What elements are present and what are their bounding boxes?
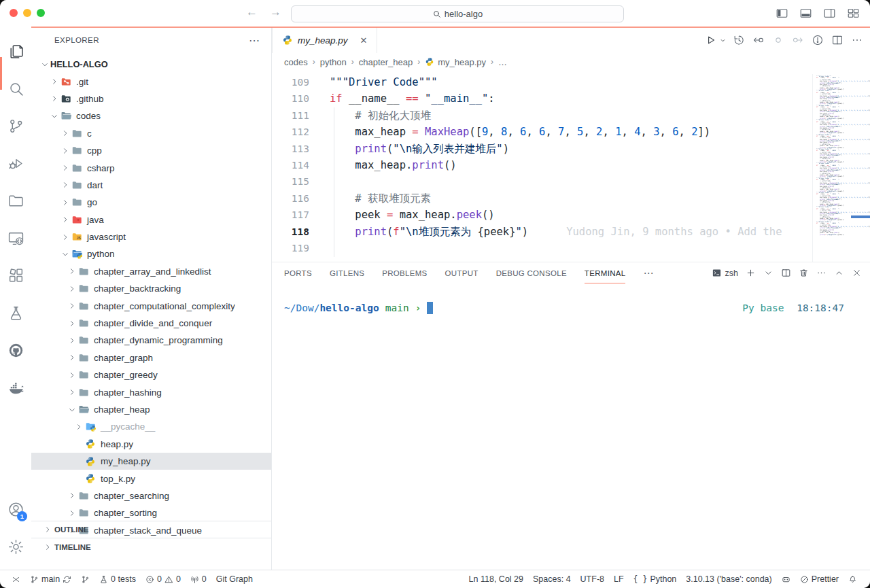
explorer-more-actions[interactable]: ⋯ <box>249 34 260 47</box>
activity-bar-item-explorer[interactable] <box>0 33 31 70</box>
minimap[interactable]: """Driver Code"""if __name__ == "__main_… <box>812 74 870 262</box>
play-icon[interactable] <box>703 33 718 48</box>
zoom-window-button[interactable] <box>37 9 45 17</box>
status-forwarded-ports[interactable]: 0 <box>186 572 211 587</box>
code-line-111[interactable]: 111 # 初始化大顶堆 <box>272 107 870 124</box>
split-editor-button[interactable] <box>830 33 845 48</box>
close-tab-icon[interactable]: ✕ <box>358 34 370 46</box>
tree-item-javascript[interactable]: JSjavascript <box>31 228 271 245</box>
tree-item-chapter-greedy[interactable]: chapter_greedy <box>31 366 271 383</box>
tree-item-chapter-dynamic-programming[interactable]: chapter_dynamic_programming <box>31 332 271 349</box>
tree-item-c[interactable]: c <box>31 125 271 142</box>
timeline-section[interactable]: TIMELINE <box>31 538 271 570</box>
status-language-mode[interactable]: { }Python <box>629 572 682 587</box>
code-line-115[interactable]: 115 <box>272 173 870 190</box>
navigate-forward-button[interactable]: → <box>270 5 281 19</box>
code-line-117[interactable]: 117 peek = max_heap.peek() <box>272 207 870 223</box>
activity-bar-item-extensions[interactable] <box>0 257 31 294</box>
tree-item-go[interactable]: go <box>31 194 271 211</box>
panel-tab-problems[interactable]: PROBLEMS <box>382 262 427 283</box>
close-panel-button[interactable] <box>852 268 862 278</box>
maximize-panel-button[interactable] <box>834 268 844 278</box>
toggle-secondary-sidebar-button[interactable] <box>822 6 837 20</box>
status-remote-indicator[interactable] <box>7 572 25 587</box>
status-encoding[interactable]: UTF-8 <box>576 572 609 587</box>
activity-bar-item-testing[interactable] <box>0 294 31 332</box>
breadcrumb-item-codes[interactable]: codes <box>284 57 308 67</box>
tree-item-chapter-graph[interactable]: chapter_graph <box>31 349 271 366</box>
terminal[interactable]: ~/Dow/hello-algo main › Py base 18:18:47 <box>272 283 870 570</box>
panel-tab-debug-console[interactable]: DEBUG CONSOLE <box>496 262 567 283</box>
terminal-dropdown-button[interactable] <box>763 268 773 278</box>
tree-item-top-k-py[interactable]: top_k.py <box>31 470 271 487</box>
outline-section[interactable]: OUTLINE <box>31 521 271 538</box>
tree-item-root[interactable]: HELLO-ALGO <box>31 56 271 73</box>
kill-terminal-button[interactable] <box>799 268 809 278</box>
gitlens-commit-graph-button[interactable] <box>810 33 825 48</box>
minimize-window-button[interactable] <box>23 9 31 17</box>
status-copilot[interactable] <box>777 572 795 587</box>
tree-item-heap-py[interactable]: heap.py <box>31 436 271 453</box>
split-terminal-button[interactable] <box>781 268 791 278</box>
terminal-shell-button[interactable]: zsh <box>712 268 738 278</box>
panel-tab-gitlens[interactable]: GITLENS <box>330 262 364 283</box>
tree-item--github[interactable]: .github <box>31 90 271 107</box>
customize-layout-button[interactable] <box>846 6 860 20</box>
code-line-116[interactable]: 116 # 获取堆顶元素 <box>272 190 870 207</box>
code-line-109[interactable]: 109"""Driver Code""" <box>272 74 870 90</box>
status-eol[interactable]: LF <box>609 572 629 587</box>
breadcrumb-item-chapter-heap[interactable]: chapter_heap <box>359 57 413 67</box>
status-notifications[interactable] <box>843 572 862 587</box>
breadcrumb-item-my-heap-py[interactable]: my_heap.py <box>425 57 486 67</box>
run-python-file-button[interactable] <box>703 33 727 48</box>
status-prettier[interactable]: Prettier <box>795 572 843 587</box>
activity-bar-item-settings[interactable] <box>0 528 31 566</box>
tree-item-java[interactable]: java <box>31 211 271 228</box>
status-indentation[interactable]: Spaces: 4 <box>528 572 576 587</box>
activity-bar-item-run-and-debug[interactable] <box>0 145 31 182</box>
status-cursor-position[interactable]: Ln 118, Col 29 <box>464 572 528 587</box>
command-center-search[interactable]: hello-algo <box>291 5 624 22</box>
tree-item-chapter-sorting[interactable]: chapter_sorting <box>31 504 271 521</box>
code-line-113[interactable]: 113 print("\n输入列表并建堆后") <box>272 141 870 157</box>
tree-item-chapter-searching[interactable]: chapter_searching <box>31 487 271 504</box>
tree-item-python[interactable]: python <box>31 245 271 262</box>
panel-tab-terminal[interactable]: TERMINAL <box>585 262 626 283</box>
tree-item-dart[interactable]: dart <box>31 177 271 194</box>
breadcrumb-item-python[interactable]: python <box>320 57 347 67</box>
status-git-graph-branch[interactable] <box>76 572 94 587</box>
tree-item--pycache-[interactable]: __pycache__ <box>31 418 271 435</box>
navigate-back-button[interactable]: ← <box>246 5 258 19</box>
activity-bar-item-github[interactable] <box>0 332 31 369</box>
tree-item-csharp[interactable]: csharp <box>31 159 271 176</box>
chevron-down-icon[interactable] <box>719 37 727 44</box>
activity-bar-item-docker[interactable] <box>0 369 31 407</box>
status-branch-status[interactable]: main <box>25 572 76 587</box>
panel-tab-ports[interactable]: PORTS <box>284 262 312 283</box>
code-line-110[interactable]: 110if __name__ == "__main__": <box>272 90 870 107</box>
close-window-button[interactable] <box>10 9 18 17</box>
activity-bar-item-accounts[interactable]: 1 <box>0 491 31 528</box>
toggle-primary-sidebar-button[interactable] <box>775 6 789 20</box>
code-editor[interactable]: 109"""Driver Code"""110if __name__ == "_… <box>272 71 870 262</box>
status-python-interpreter[interactable]: 3.10.13 ('base': conda) <box>681 572 776 587</box>
tree-item-cpp[interactable]: cpp <box>31 142 271 159</box>
panel-tab-output[interactable]: OUTPUT <box>445 262 478 283</box>
tree-item-codes[interactable]: codes <box>31 107 271 124</box>
code-line-118[interactable]: 118 print(f"\n堆顶元素为 {peek}")Yudong Jin, … <box>272 224 870 240</box>
breadcrumb-item--[interactable]: … <box>498 57 507 67</box>
tree-item-chapter-backtracking[interactable]: chapter_backtracking <box>31 280 271 297</box>
gitlens-file-history-button[interactable] <box>731 33 746 48</box>
tree-item--git[interactable]: .git <box>31 73 271 90</box>
tree-item-chapter-heap[interactable]: chapter_heap <box>31 401 271 418</box>
more-actions-button[interactable] <box>850 33 865 48</box>
panel-more-actions-button[interactable] <box>816 268 826 278</box>
open-changes-button[interactable] <box>751 33 766 48</box>
panel-tabs-more[interactable]: ⋯ <box>643 267 654 279</box>
toggle-panel-button[interactable] <box>799 6 813 20</box>
code-line-112[interactable]: 112 max_heap = MaxHeap([9, 8, 6, 6, 7, 5… <box>272 124 870 140</box>
new-terminal-button[interactable] <box>746 268 756 278</box>
status-problems[interactable]: 00 <box>141 572 186 587</box>
status-test-status[interactable]: 0 tests <box>94 572 141 587</box>
code-line-114[interactable]: 114 max_heap.print() <box>272 157 870 173</box>
